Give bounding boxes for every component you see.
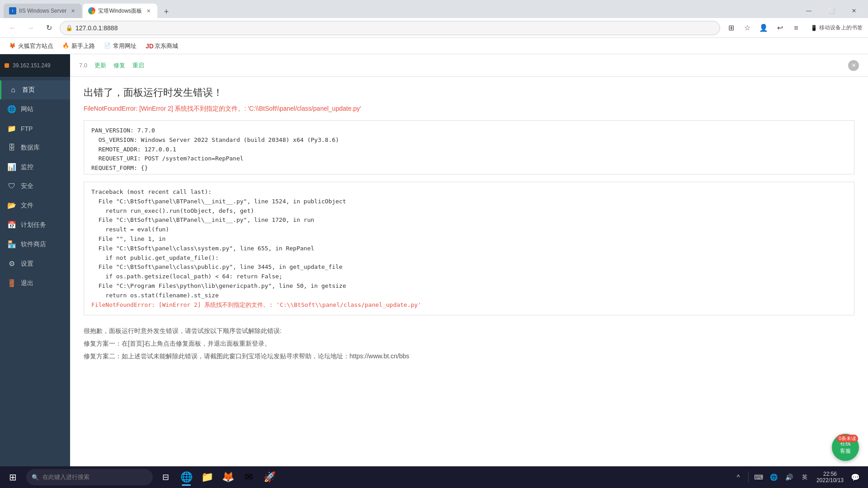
sidebar-item-scheduler[interactable]: 📅 计划任务 xyxy=(0,215,70,235)
forward-button[interactable]: → xyxy=(24,21,38,35)
extension-button[interactable]: ⊞ xyxy=(724,21,738,35)
update-button[interactable]: 更新 xyxy=(94,61,106,70)
chat-widget[interactable]: 0条未读 在线 客服 xyxy=(832,434,859,461)
systray-divider xyxy=(748,472,749,483)
files-icon: 📂 xyxy=(7,201,16,210)
close-panel-button[interactable]: ✕ xyxy=(848,60,859,71)
firefox-app[interactable]: 🦊 xyxy=(218,467,238,487)
mobile-device-button[interactable]: 📱 移动设备上的书签 xyxy=(811,24,863,32)
firefox-icon: 🦊 xyxy=(222,471,234,483)
profile-button[interactable]: 👤 xyxy=(756,21,771,35)
server-status-indicator xyxy=(5,63,9,68)
website-icon: 🌐 xyxy=(7,105,16,113)
chat-label-2: 客服 xyxy=(840,447,851,455)
keyboard-icon[interactable]: ⌨ xyxy=(751,470,766,484)
jd-favicon: JD xyxy=(146,42,153,50)
ftp-icon: 📁 xyxy=(7,124,16,133)
taskview-button[interactable]: ⊟ xyxy=(156,467,175,487)
explorer-app[interactable]: 📁 xyxy=(197,467,217,487)
software-icon: 🏪 xyxy=(7,240,16,249)
minimize-button[interactable]: — xyxy=(798,4,819,18)
chat-badge: 0条未读 xyxy=(837,435,858,442)
bookmark-newuser[interactable]: 🔥 新手上路 xyxy=(59,40,99,52)
mail-app[interactable]: ✉ xyxy=(239,467,259,487)
right-content: 7.0 更新 修复 重启 ✕ 出错了，面板运行时发生错误！ FileNotFou… xyxy=(70,54,868,488)
rocket-app[interactable]: 🚀 xyxy=(259,467,279,487)
sidebar: 39.162.151.249 ⌂ 首页 🌐 网站 📁 FTP 🗄 数据库 xyxy=(0,54,70,488)
browser-content: 39.162.151.249 ⌂ 首页 🌐 网站 📁 FTP 🗄 数据库 xyxy=(0,54,868,488)
sidebar-item-logout[interactable]: 🚪 退出 xyxy=(0,273,70,293)
new-tab-button[interactable]: + xyxy=(160,5,173,18)
sidebar-item-monitor[interactable]: 📊 监控 xyxy=(0,157,70,177)
bookmarks-bar: 🦊 火狐官方站点 🔥 新手上路 📄 常用网址 JD 京东商城 xyxy=(0,38,868,54)
maximize-button[interactable]: ⬜ xyxy=(821,4,842,18)
restart-button[interactable]: 重启 xyxy=(132,61,144,70)
volume-icon[interactable]: 🔊 xyxy=(782,470,797,484)
start-button[interactable]: ⊞ xyxy=(2,466,24,488)
error-subtitle: FileNotFoundError: [WinError 2] 系统找不到指定的… xyxy=(84,105,854,113)
favorites-button[interactable]: ☆ xyxy=(740,21,755,35)
solution-2: 修复方案二：如上述尝试未能解除此错误，请截图此窗口到宝塔论坛发贴寻求帮助，论坛地… xyxy=(84,350,854,362)
back-button[interactable]: ← xyxy=(5,21,20,35)
sidebar-item-security[interactable]: 🛡 安全 xyxy=(0,177,70,196)
solution-1: 修复方案一：在[首页]右上角点击修复面板，并退出面板重新登录。 xyxy=(84,337,854,350)
close-button[interactable]: ✕ xyxy=(844,4,864,18)
clock[interactable]: 22:56 2022/10/13 xyxy=(813,471,847,483)
env-info-block[interactable]: PAN_VERSION: 7.7.0 OS_VERSION: Windows S… xyxy=(84,120,854,174)
edge-icon: 🌐 xyxy=(180,471,193,483)
tab-bt-close[interactable]: ✕ xyxy=(145,7,152,14)
sidebar-item-database[interactable]: 🗄 数据库 xyxy=(0,138,70,157)
panel-header: 7.0 更新 修复 重启 ✕ xyxy=(70,54,868,77)
traceback-text: Traceback (most recent call last): File … xyxy=(91,188,847,310)
sidebar-item-settings[interactable]: ⚙ 设置 xyxy=(0,254,70,273)
title-bar: I IIS Windows Server ✕ 宝塔Windows面板 ✕ + —… xyxy=(0,0,868,18)
newuser-favicon: 🔥 xyxy=(62,42,70,50)
settings-icon: ⚙ xyxy=(7,259,16,268)
sidebar-item-ftp[interactable]: 📁 FTP xyxy=(0,119,70,138)
back-button2[interactable]: ↩ xyxy=(773,21,787,35)
sidebar-header: 39.162.151.249 xyxy=(0,54,70,77)
server-ip: 39.162.151.249 xyxy=(13,62,50,69)
nav-bar: ← → ↻ 🔒 127.0.0.1:8888 ⊞ ☆ 👤 ↩ ≡ 📱 移动设备上… xyxy=(0,18,868,38)
bookmark-foxfire[interactable]: 🦊 火狐官方站点 xyxy=(5,40,57,52)
logout-icon: 🚪 xyxy=(7,279,16,287)
address-bar[interactable]: 🔒 127.0.0.1:8888 xyxy=(60,21,720,35)
search-placeholder: 在此键入进行搜索 xyxy=(42,473,90,481)
bookmark-common[interactable]: 📄 常用网址 xyxy=(100,40,140,52)
security-icon: 🔒 xyxy=(66,24,73,31)
chevron-up-icon[interactable]: ^ xyxy=(731,470,745,484)
sidebar-item-files[interactable]: 📂 文件 xyxy=(0,196,70,215)
action-center-button[interactable]: 💬 xyxy=(848,466,863,488)
scheduler-icon: 📅 xyxy=(7,221,16,229)
env-info-text: PAN_VERSION: 7.7.0 OS_VERSION: Windows S… xyxy=(91,126,847,174)
sidebar-item-software[interactable]: 🏪 软件商店 xyxy=(0,235,70,254)
sidebar-item-home[interactable]: ⌂ 首页 xyxy=(0,80,70,99)
traceback-block[interactable]: Traceback (most recent call last): File … xyxy=(84,182,854,315)
mail-icon: ✉ xyxy=(245,471,253,483)
panel-version: 7.0 xyxy=(79,62,87,69)
iis-favicon: I xyxy=(9,7,16,14)
monitor-icon: 📊 xyxy=(7,163,16,171)
tab-bt[interactable]: 宝塔Windows面板 ✕ xyxy=(83,4,157,18)
address-url: 127.0.0.1:8888 xyxy=(75,24,118,32)
network-icon[interactable]: 🌐 xyxy=(767,470,781,484)
tab-iis[interactable]: I IIS Windows Server ✕ xyxy=(4,4,82,18)
taskbar-apps: ⊟ 🌐 📁 🦊 ✉ 🚀 xyxy=(156,467,726,487)
refresh-button[interactable]: ↻ xyxy=(42,21,56,35)
repair-button[interactable]: 修复 xyxy=(113,61,125,70)
taskbar: ⊞ 🔍 在此键入进行搜索 ⊟ 🌐 📁 🦊 ✉ 🚀 xyxy=(0,466,868,488)
rocket-icon: 🚀 xyxy=(264,471,276,483)
foxfire-favicon: 🦊 xyxy=(9,42,16,50)
tab-iis-close[interactable]: ✕ xyxy=(69,7,76,14)
mobile-icon: 📱 xyxy=(811,25,817,31)
taskbar-search[interactable]: 🔍 在此键入进行搜索 xyxy=(26,469,153,485)
language-indicator[interactable]: 英 xyxy=(797,470,812,484)
clock-date: 2022/10/13 xyxy=(816,477,844,483)
menu-button[interactable]: ≡ xyxy=(789,21,803,35)
sidebar-item-website[interactable]: 🌐 网站 xyxy=(0,99,70,119)
window-controls: — ⬜ ✕ xyxy=(798,4,864,18)
nav-icons: ⊞ ☆ 👤 ↩ ≡ xyxy=(724,21,803,35)
database-icon: 🗄 xyxy=(7,144,16,152)
bookmark-jd[interactable]: JD 京东商城 xyxy=(142,40,182,52)
edge-app[interactable]: 🌐 xyxy=(176,467,196,487)
